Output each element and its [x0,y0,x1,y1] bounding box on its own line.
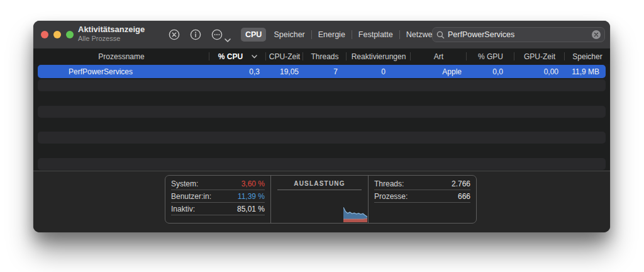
quit-process-button[interactable] [169,29,180,40]
close-window-button[interactable] [41,31,48,38]
stat-value: 11,39 % [238,192,265,201]
table-header: Prozessname % CPU CPU-Zeit Threads Reakt… [33,48,610,64]
stat-row-inaktiv: Inaktiv: 85,01 % [171,203,265,215]
column-header-gpu-zeit[interactable]: GPU-Zeit [514,48,565,64]
column-header-prozessname[interactable]: Prozessname [33,48,209,64]
chevron-down-icon[interactable] [225,33,231,45]
stat-value: 85,01 % [237,205,265,213]
stat-row-threads: Threads: 2.766 [374,178,470,190]
table-row-empty[interactable] [33,105,610,118]
column-header-cpu-zeit[interactable]: CPU-Zeit [266,48,303,64]
footer-panel: System: 3,60 % Benutzer:in: 11,39 % Inak… [33,171,610,232]
stat-label: Prozesse: [374,192,408,201]
process-cpu-time: 19,05 [266,67,303,76]
tab-divider [267,30,267,39]
small-x-icon [594,32,599,37]
stat-row-prozesse: Prozesse: 666 [374,190,470,203]
tab-divider [352,30,352,39]
table-row-empty[interactable] [33,131,610,144]
activity-monitor-window: Aktivitätsanzeige Alle Prozesse CPU Spei… [33,21,610,232]
cpu-stats-panel: System: 3,60 % Benutzer:in: 11,39 % Inak… [165,175,477,224]
column-header-gpu[interactable]: % GPU [467,48,514,64]
column-header-reaktivierungen[interactable]: Reaktivierungen [347,48,411,64]
zoom-window-button[interactable] [66,31,74,38]
title-block: Aktivitätsanzeige Alle Prozesse [78,25,145,43]
process-speicher: 11,9 MB [565,67,610,76]
table-row-empty[interactable] [33,118,610,132]
tab-energie[interactable]: Energie [313,28,351,42]
search-icon [436,31,445,39]
search-field[interactable] [432,27,605,42]
process-threads: 7 [303,67,347,76]
window-title: Aktivitätsanzeige [78,25,145,35]
stat-label: Threads: [374,179,404,188]
minimize-window-button[interactable] [53,31,61,38]
column-header-art[interactable]: Art [411,48,467,64]
stat-label: Benutzer:in: [171,192,211,201]
table-row-empty[interactable] [33,92,610,105]
stat-label: Inaktiv: [171,205,195,213]
tab-divider [311,30,312,39]
info-icon [190,29,201,40]
process-name: PerfPowerServices [33,67,209,76]
thread-process-stats: Threads: 2.766 Prozesse: 666 [369,176,476,223]
cpu-load-stats: System: 3,60 % Benutzer:in: 11,39 % Inak… [165,176,271,223]
ellipsis-circle-icon [211,29,223,40]
tab-festplatte[interactable]: Festplatte [353,28,399,42]
traffic-lights [41,31,74,38]
stat-label: System: [171,179,198,188]
sort-descending-icon [252,55,257,59]
search-input[interactable] [448,30,592,39]
stat-value: 2.766 [452,179,470,188]
circle-x-icon [169,29,180,40]
table-row-empty[interactable] [33,157,610,171]
table-row-empty[interactable] [33,144,610,157]
process-gpu: 0,0 [467,67,514,76]
process-art: Apple [411,67,467,76]
inspect-process-button[interactable] [190,29,201,40]
column-header-cpu[interactable]: % CPU [209,48,266,64]
process-gpu-time: 0,00 [514,67,565,76]
window-subtitle: Alle Prozesse [78,35,145,43]
stat-value: 3,60 % [242,179,265,188]
titlebar: Aktivitätsanzeige Alle Prozesse CPU Spei… [33,21,610,49]
table-row-empty[interactable] [33,79,610,92]
tab-divider [399,30,400,39]
column-header-speicher[interactable]: Speicher [565,48,610,64]
process-cpu: 0,3 [209,67,266,76]
cpu-usage-graph-section: AUSLASTUNG [271,176,369,223]
cpu-usage-sparkline [343,188,367,222]
process-reaktivierungen: 0 [347,67,411,76]
view-tabs: CPU Speicher Energie Festplatte Netzwerk [241,27,445,42]
graph-title: AUSLASTUNG [271,176,368,187]
tab-speicher[interactable]: Speicher [268,28,310,42]
more-options-button[interactable] [211,29,223,40]
clear-search-button[interactable] [592,30,601,39]
stat-value: 666 [458,192,470,201]
stat-row-system: System: 3,60 % [171,178,265,190]
table-row-selected[interactable]: PerfPowerServices 0,3 19,05 7 0 Apple 0,… [33,64,610,79]
tab-cpu[interactable]: CPU [241,28,266,42]
table-body: PerfPowerServices 0,3 19,05 7 0 Apple 0,… [33,64,610,171]
column-header-threads[interactable]: Threads [303,48,347,64]
stat-row-benutzer: Benutzer:in: 11,39 % [171,190,265,203]
